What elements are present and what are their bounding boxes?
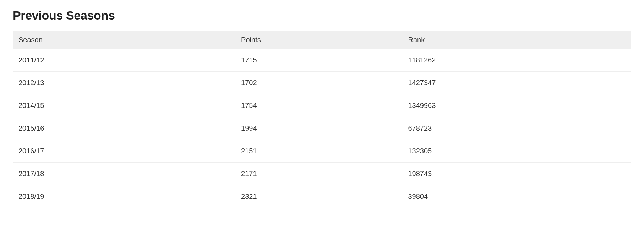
cell-season: 2017/18 (13, 163, 235, 185)
cell-points: 1715 (235, 49, 402, 72)
table-header-row: Season Points Rank (13, 31, 631, 49)
table-row: 2018/19232139804 (13, 185, 631, 208)
cell-points: 1754 (235, 94, 402, 117)
cell-season: 2012/13 (13, 72, 235, 94)
cell-rank: 678723 (402, 117, 631, 140)
cell-season: 2015/16 (13, 117, 235, 140)
cell-rank: 132305 (402, 140, 631, 163)
cell-points: 2321 (235, 185, 402, 208)
cell-rank: 1427347 (402, 72, 631, 94)
cell-points: 1994 (235, 117, 402, 140)
header-season: Season (13, 31, 235, 49)
header-points: Points (235, 31, 402, 49)
cell-season: 2014/15 (13, 94, 235, 117)
cell-rank: 198743 (402, 163, 631, 185)
cell-rank: 1349963 (402, 94, 631, 117)
cell-points: 1702 (235, 72, 402, 94)
cell-season: 2018/19 (13, 185, 235, 208)
section-title: Previous Seasons (13, 9, 631, 22)
table-row: 2014/1517541349963 (13, 94, 631, 117)
table-row: 2011/1217151181262 (13, 49, 631, 72)
header-rank: Rank (402, 31, 631, 49)
cell-rank: 1181262 (402, 49, 631, 72)
table-row: 2012/1317021427347 (13, 72, 631, 94)
table-row: 2016/172151132305 (13, 140, 631, 163)
cell-rank: 39804 (402, 185, 631, 208)
cell-season: 2016/17 (13, 140, 235, 163)
previous-seasons-table: Season Points Rank 2011/1217151181262201… (13, 31, 631, 208)
cell-season: 2011/12 (13, 49, 235, 72)
table-row: 2015/161994678723 (13, 117, 631, 140)
cell-points: 2151 (235, 140, 402, 163)
cell-points: 2171 (235, 163, 402, 185)
table-row: 2017/182171198743 (13, 163, 631, 185)
